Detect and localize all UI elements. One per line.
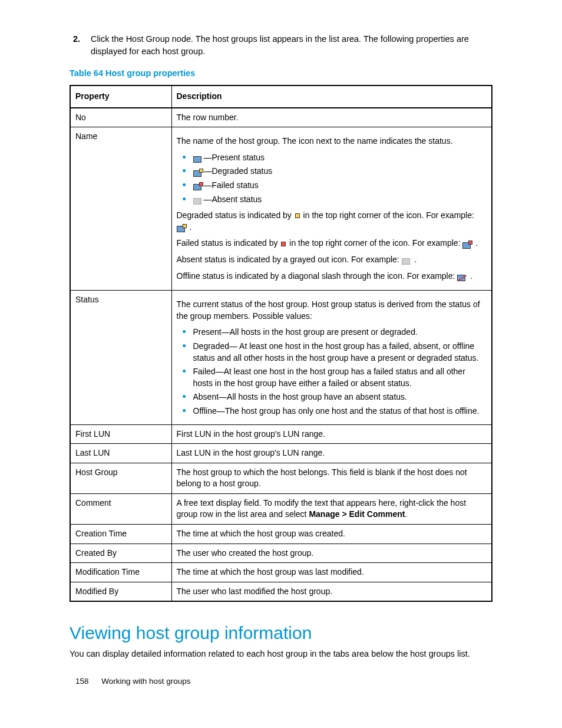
page-number: 158 [75,677,89,686]
description-cell: The user who last modified the host grou… [171,582,492,601]
failed-status-icon [193,182,201,189]
list-item: Absent—All hosts in the host group have … [183,391,487,403]
status-values-list: Present—All hosts in the host group are … [177,327,487,417]
list-item: —Degraded status [183,166,487,177]
procedure-step: 2. Click the Host Group node. The host g… [70,33,492,58]
status-desc-intro: The current status of the host group. Ho… [177,299,487,322]
table-row: Status The current status of the host gr… [70,291,492,424]
list-item: —Absent status [183,194,487,206]
absent-status-icon [193,196,201,203]
property-cell: Comment [70,493,171,524]
table-row: Creation Time The time at which the host… [70,525,492,544]
absent-example-icon [402,256,410,263]
description-cell: The time at which the host group was cre… [171,525,492,544]
bullet-text: —Absent status [204,195,262,204]
property-cell: First LUN [70,424,171,444]
degraded-status-icon [193,169,201,176]
description-cell: Last LUN in the host group's LUN range. [171,444,492,463]
table-row: Host Group The host group to which the h… [70,463,492,493]
description-cell: A free text display field. To modify the… [171,493,492,524]
bullet-text: —Failed status [204,180,259,190]
section-heading: Viewing host group information [70,623,492,643]
property-cell: Host Group [70,463,171,493]
warn-badge-icon [295,213,300,218]
bullet-text: —Degraded status [204,166,273,176]
present-status-icon [193,154,201,162]
menu-path: Manage > Edit Comment [309,509,405,519]
degraded-explain: Degraded status is indicated by in the t… [177,210,487,233]
step-number: 2. [70,33,80,58]
table-row: First LUN First LUN in the host group's … [70,424,492,444]
list-item: —Failed status [183,180,487,192]
property-cell: Creation Time [70,525,171,544]
property-cell: Status [70,291,171,424]
list-item: Present—All hosts in the host group are … [183,327,487,338]
description-cell: The current status of the host group. Ho… [171,291,492,424]
section-body: You can display detailed information rel… [70,648,492,660]
description-cell: The time at which the host group was las… [171,563,492,582]
list-item: Failed—At least one host in the host gro… [183,366,487,389]
table-row: Name The name of the host group. The ico… [70,127,492,291]
list-item: Degraded— At least one host in the host … [183,341,487,364]
name-desc-intro: The name of the host group. The icon nex… [177,136,487,147]
property-cell: Modification Time [70,563,171,582]
table-row: Created By The user who created the host… [70,543,492,563]
offline-explain: Offline status is indicated by a diagona… [177,271,487,282]
table-row: No The row number. [70,108,492,127]
list-item: —Present status [183,152,487,164]
property-cell: Modified By [70,582,171,601]
property-cell: Last LUN [70,444,171,463]
offline-example-icon [457,273,465,280]
table-row: Last LUN Last LUN in the host group's LU… [70,444,492,463]
description-cell: The host group to which the host belongs… [171,463,492,493]
error-badge-icon [281,242,286,246]
description-cell: First LUN in the host group's LUN range. [171,424,492,444]
table-caption: Table 64 Host group properties [70,68,492,78]
property-cell: No [70,108,171,127]
absent-explain: Absent status is indicated by a grayed o… [177,254,487,266]
chapter-title: Working with host groups [101,677,190,686]
page-footer: 158 Working with host groups [75,677,191,686]
description-cell: The row number. [171,108,492,127]
table-row: Modification Time The time at which the … [70,563,492,582]
table-row: Modified By The user who last modified t… [70,582,492,601]
list-item: Offline—The host group has only one host… [183,406,487,417]
description-cell: The name of the host group. The icon nex… [171,127,492,291]
bullet-text: —Present status [204,153,265,162]
failed-explain: Failed status is indicated by in the top… [177,238,487,249]
host-group-properties-table: Property Description No The row number. … [70,85,492,602]
col-header-description: Description [171,85,492,108]
degraded-example-icon [177,224,185,231]
table-row: Comment A free text display field. To mo… [70,493,492,524]
col-header-property: Property [70,85,171,108]
property-cell: Created By [70,543,171,563]
description-cell: The user who created the host group. [171,543,492,563]
failed-example-icon [462,241,471,248]
step-body: Click the Host Group node. The host grou… [91,33,492,58]
status-icon-list: —Present status —Degraded status —Failed… [177,152,487,205]
property-cell: Name [70,127,171,291]
